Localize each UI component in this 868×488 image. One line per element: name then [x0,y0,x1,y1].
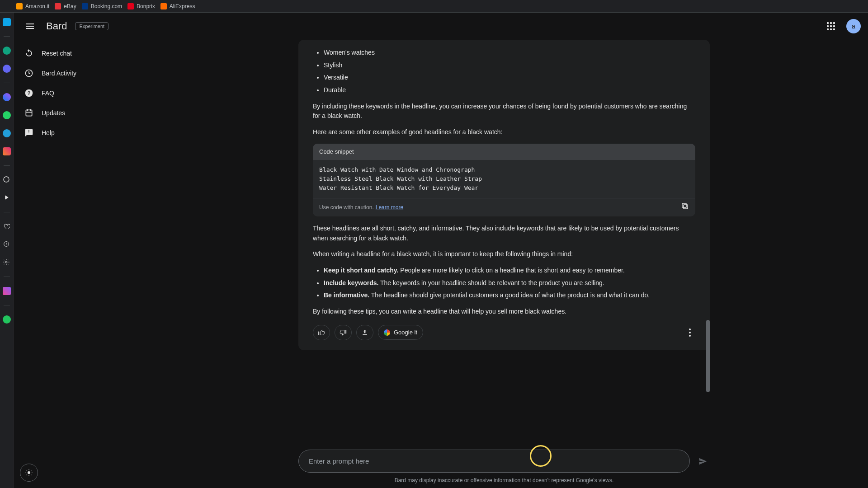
thumbs-up-button[interactable] [313,325,330,340]
actions-row: Google it [313,325,695,340]
sidebar-item-label: Reset chat [42,50,72,57]
experiment-badge: Experiment [75,22,108,30]
favicon-bonprix [127,3,134,9]
favicon-aliexpress [160,3,167,9]
scrollbar[interactable] [706,320,710,392]
google-it-button[interactable]: Google it [378,325,423,340]
browser-tab[interactable]: Bonprix [127,3,155,9]
activity-icon [24,69,33,78]
sidebar-item-label: FAQ [42,89,54,97]
code-footer: Use code with caution. Learn more [313,198,695,216]
help-icon: ? [24,89,33,98]
app-title: Bard [46,20,67,32]
browser-tab[interactable]: AliExpress [160,3,195,9]
svg-rect-8 [684,205,688,209]
divider [4,165,10,166]
sidebar-item-faq[interactable]: ? FAQ [19,84,135,102]
ext-icon[interactable] [3,240,11,249]
ext-icon[interactable] [3,111,11,119]
response-card: Women's watches Stylish Versatile Durabl… [298,40,710,350]
svg-point-2 [5,261,7,263]
ext-icon[interactable] [3,287,11,295]
list-item: Be informative. The headline should give… [324,291,695,300]
more-menu-button[interactable] [684,327,695,338]
code-caution: Use code with caution. [319,203,374,212]
ext-icon[interactable] [3,194,11,202]
ext-icon[interactable] [3,176,11,184]
svg-rect-9 [682,203,686,207]
copy-button[interactable] [681,202,689,213]
ext-icon[interactable] [3,147,11,155]
favicon-ebay [55,3,61,9]
list-item: Versatile [324,73,695,83]
updates-icon [24,108,33,117]
reset-icon [24,49,33,58]
sidebar-item-updates[interactable]: Updates [19,104,135,122]
paragraph: By following these tips, you can write a… [313,307,695,317]
theme-toggle-button[interactable] [20,464,38,482]
paragraph: These headlines are all short, catchy, a… [313,224,695,243]
browser-tabs: Amazon.it eBay Booking.com Bonprix AliEx… [0,0,868,13]
ext-icon[interactable] [3,93,11,101]
ext-icon[interactable] [3,315,11,324]
thumbs-down-button[interactable] [335,325,352,340]
main-column: Women's watches Stylish Versatile Durabl… [140,40,868,488]
list-item: Durable [324,85,695,95]
google-logo-icon [384,329,390,336]
browser-tab[interactable]: Amazon.it [16,3,49,9]
prompt-input[interactable] [298,450,690,473]
send-icon [698,456,708,466]
prompt-row [298,443,710,474]
divider [4,83,10,83]
sidebar-item-reset[interactable]: Reset chat [19,44,135,62]
learn-more-link[interactable]: Learn more [376,203,403,212]
browser-tab[interactable]: Booking.com [82,3,122,9]
svg-rect-6 [26,110,32,116]
apps-button[interactable] [822,17,840,35]
list-item: Include keywords. The keywords in your h… [324,278,695,288]
sun-icon [25,469,33,477]
gear-icon[interactable] [3,258,11,267]
ext-icon[interactable] [3,47,11,55]
ext-icon[interactable] [3,65,11,73]
svg-text:!: ! [28,129,29,134]
sidebar: Reset chat Bard Activity ? FAQ Updates !… [14,40,140,488]
favicon-amazon [16,3,23,9]
ext-icon[interactable] [3,222,11,230]
code-header: Code snippet [313,144,695,160]
extension-rail [0,13,14,488]
divider [4,305,10,305]
sidebar-item-help[interactable]: ! Help [19,124,135,142]
share-button[interactable] [356,325,373,340]
apps-grid-icon [827,22,835,30]
copy-icon [681,202,689,210]
svg-point-10 [28,471,30,474]
thumbs-up-icon [318,329,325,336]
favicon-booking [82,3,88,9]
sidebar-item-label: Updates [42,109,65,117]
send-button[interactable] [696,455,710,468]
svg-point-0 [4,177,9,182]
hamburger-icon [26,23,34,29]
google-it-label: Google it [394,329,417,336]
share-icon [361,329,368,336]
sidebar-item-activity[interactable]: Bard Activity [19,64,135,82]
code-block: Code snippet Black Watch with Date Windo… [313,144,695,216]
sidebar-item-label: Help [42,129,55,136]
avatar[interactable]: a [846,19,861,33]
divider [4,36,10,37]
menu-button[interactable] [21,17,39,35]
browser-tab[interactable]: eBay [55,3,76,9]
svg-text:?: ? [27,90,30,96]
list-item: Keep it short and catchy. People are mor… [324,266,695,276]
disclaimer: Bard may display inaccurate or offensive… [395,474,614,488]
list-item: Stylish [324,61,695,70]
ext-icon[interactable] [3,18,11,26]
ext-icon[interactable] [3,129,11,137]
app-header: Bard Experiment a [14,13,868,40]
code-body: Black Watch with Date Window and Chronog… [313,160,695,198]
list-item: Women's watches [324,48,695,58]
paragraph: Here are some other examples of good hea… [313,127,695,137]
divider [4,277,10,277]
sidebar-item-label: Bard Activity [42,70,76,77]
